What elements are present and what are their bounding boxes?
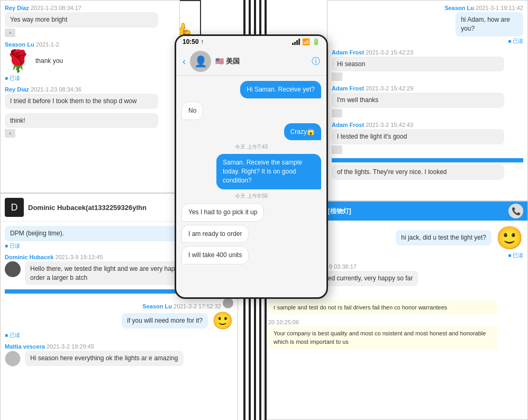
message-bubble: if you will need more for it? bbox=[122, 313, 208, 328]
message-row: r sample and test do not rs fail drivers… bbox=[268, 300, 523, 315]
phone-bubble: Crazy😱 bbox=[284, 123, 321, 141]
message-row: of the lights. They're very nice. I look… bbox=[332, 165, 523, 180]
avatar bbox=[5, 261, 21, 277]
avatar bbox=[5, 351, 21, 367]
battery-icon: 🔋 bbox=[312, 38, 320, 45]
attachment-icon: ▫ bbox=[5, 29, 15, 37]
signal-bars bbox=[292, 39, 300, 45]
read-tag: ■ 已读 bbox=[508, 38, 523, 45]
message-row: Season Lu 2021-1-2 🌹 thank you ■ 已读 bbox=[5, 41, 175, 82]
panel-top-left: Rey Diaz 2021-1-23 08:34:17 Yes way more… bbox=[0, 0, 180, 193]
smiley-emoji: 🙂 bbox=[496, 225, 523, 251]
message-row: Season Lu 2021-3-1 19:11:42 hi Adam, how… bbox=[332, 5, 523, 45]
message-bubble: hi jack, did u test the light yet? bbox=[396, 230, 491, 245]
phone-message-row: I am ready to order bbox=[181, 225, 321, 243]
attachment-icon bbox=[332, 72, 342, 81]
phone-bubble: Hi Saman. Receive yet? bbox=[240, 81, 321, 98]
phone-overlay: 10:50 ↑ 📶 🔋 ‹ 👤 🇺🇸 美国 ⓘ Hi Saman. Re bbox=[175, 34, 328, 299]
message-bubble: I tried it before I took them to the sho… bbox=[5, 94, 158, 109]
phone-message-row: Hi Saman. Receive yet? bbox=[181, 81, 321, 98]
message-bubble: I tested the light it's good bbox=[332, 129, 504, 144]
message-row: Rey Diaz 2021-1-23 08:34:17 Yes way more… bbox=[5, 5, 175, 37]
phone-message-row: Saman. Receive the sample today. Right? … bbox=[181, 154, 321, 189]
message-text: thank you bbox=[35, 57, 63, 65]
message-bubble: hi Adam, how are you? bbox=[456, 12, 523, 36]
message-bubble: r sample and test do not rs fail drivers… bbox=[268, 300, 498, 315]
phone-bubble: I am ready to order bbox=[181, 225, 249, 243]
contact-avatar: 👤 bbox=[190, 51, 211, 72]
avatar bbox=[223, 298, 233, 308]
message-row: 20 10:25:06 Your company is best quality… bbox=[268, 319, 523, 349]
attachment-icon bbox=[332, 109, 342, 117]
attachment-icon bbox=[332, 145, 342, 154]
phone-time: 10:50 ↑ bbox=[183, 38, 204, 45]
read-tag: ■ 已读 bbox=[5, 75, 175, 82]
attachment-icon: ▫ bbox=[5, 129, 15, 138]
message-bubble: think! bbox=[5, 113, 158, 129]
time-label: 今天 上午9:56 bbox=[181, 193, 321, 200]
contact-avatar: D bbox=[5, 198, 24, 217]
message-row: Adam Frost 2021-3-2 15:42:29 I'm well th… bbox=[332, 85, 523, 117]
read-tag: ■ 已读 bbox=[5, 332, 233, 339]
message-bubble: I'm well thanks bbox=[332, 93, 504, 108]
phone-nav-bar: ‹ 👤 🇺🇸 美国 ⓘ bbox=[176, 48, 326, 76]
wifi-icon: 📶 bbox=[302, 38, 310, 45]
phone-messages: Hi Saman. Receive yet? No Crazy😱 今天 上午7:… bbox=[176, 76, 326, 268]
contact-name: 🇺🇸 美国 bbox=[215, 57, 307, 66]
phone-message-row: No bbox=[181, 102, 321, 120]
message-bubble: Hi season here everything ok the lights … bbox=[25, 351, 184, 366]
message-row: Rey Diaz 2021-1-23 08:34:36 I tried it b… bbox=[5, 86, 175, 109]
phone-bubble: Saman. Receive the sample today. Right? … bbox=[216, 154, 321, 189]
phone-bubble: Yes I had to go pick it up bbox=[181, 203, 264, 222]
phone-status-bar: 10:50 ↑ 📶 🔋 bbox=[176, 36, 326, 48]
contact-name: Dominic Hubacek(at1332259326ylhn bbox=[28, 204, 147, 212]
message-bubble: of the lights. They're very nice. I look… bbox=[332, 165, 504, 180]
message-row: Mattia vescera 2021-3-2 19:29:45 Hi seas… bbox=[5, 343, 233, 367]
phone-icon[interactable]: 📞 bbox=[508, 204, 523, 218]
message-bubble: Your company is best quality and most co… bbox=[268, 326, 498, 349]
info-icon[interactable]: ⓘ bbox=[312, 56, 320, 67]
panel-right-top: Season Lu 2021-3-1 19:11:42 hi Adam, how… bbox=[327, 0, 528, 201]
message-row: Season Lu 2021-3-2 17:52:32 if you will … bbox=[5, 298, 233, 339]
message-row: Adam Frost 2021-3-2 15:42:43 I tested th… bbox=[332, 122, 523, 154]
back-chevron-icon[interactable]: ‹ bbox=[183, 56, 186, 67]
phone-message-row: Crazy😱 bbox=[181, 123, 321, 141]
smiley-emoji: 🙂 bbox=[212, 311, 233, 331]
message-bubble: Yes way more bright bbox=[5, 12, 158, 28]
rose-emoji: 🌹 bbox=[5, 49, 31, 74]
message-row: Adam Frost 2021-3-2 15:42:23 Hi season bbox=[332, 49, 523, 81]
phone-bubble: I will take 400 units bbox=[181, 246, 249, 264]
time-label: 今天 上午7:43 bbox=[181, 143, 321, 151]
message-row: think! ▫ bbox=[5, 113, 175, 138]
message-bubble: Hi season bbox=[332, 57, 504, 72]
phone-message-row: Yes I had to go pick it up bbox=[181, 203, 321, 222]
phone-message-row: I will take 400 units bbox=[181, 246, 321, 264]
divider bbox=[332, 158, 523, 162]
phone-bubble: No bbox=[181, 102, 203, 120]
